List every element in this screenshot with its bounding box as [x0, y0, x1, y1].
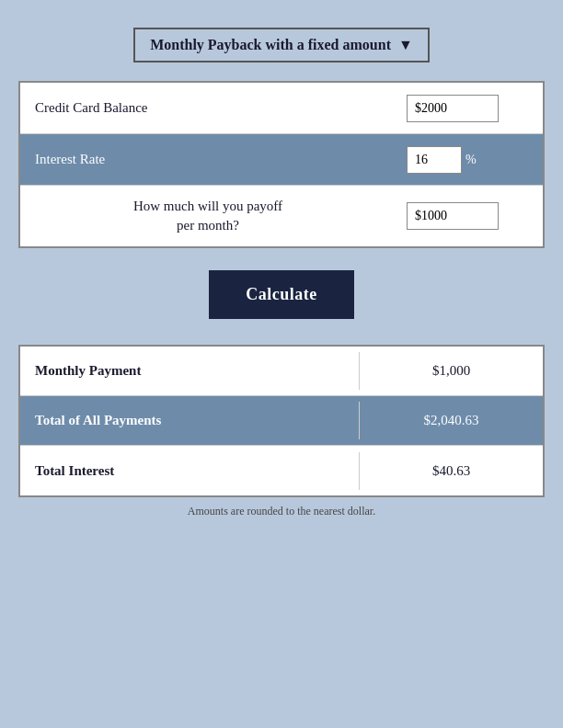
payoff-label: How much will you payoff per month?: [20, 186, 396, 246]
results-section: Monthly Payment $1,000 Total of All Paym…: [18, 345, 545, 497]
balance-label: Credit Card Balance: [20, 89, 396, 127]
balance-row: Credit Card Balance: [20, 83, 543, 134]
payoff-input[interactable]: [407, 202, 499, 230]
balance-input-cell: [396, 85, 543, 131]
calculate-button[interactable]: Calculate: [209, 270, 353, 319]
total-payments-row: Total of All Payments $2,040.63: [20, 396, 543, 446]
interest-input[interactable]: [407, 146, 462, 174]
title-dropdown[interactable]: Monthly Payback with a fixed amount ▼: [133, 28, 430, 63]
total-interest-row: Total Interest $40.63: [20, 446, 543, 495]
page-container: Monthly Payback with a fixed amount ▼ Cr…: [18, 18, 545, 528]
payoff-row: How much will you payoff per month?: [20, 186, 543, 246]
monthly-payment-label: Monthly Payment: [20, 352, 359, 390]
title-label: Monthly Payback with a fixed amount: [150, 37, 391, 53]
footer-note: Amounts are rounded to the nearest dolla…: [18, 505, 545, 528]
interest-label: Interest Rate: [20, 141, 396, 178]
monthly-payment-value: $1,000: [359, 352, 543, 390]
monthly-payment-row: Monthly Payment $1,000: [20, 347, 543, 396]
button-section: Calculate: [18, 270, 545, 319]
total-payments-value: $2,040.63: [359, 402, 543, 439]
form-section: Credit Card Balance Interest Rate % How …: [18, 81, 545, 248]
total-interest-value: $40.63: [359, 452, 543, 490]
total-interest-label: Total Interest: [20, 452, 359, 490]
payoff-input-cell: [396, 193, 543, 239]
interest-input-cell: %: [396, 137, 543, 183]
interest-row: Interest Rate %: [20, 134, 543, 186]
percent-label: %: [465, 153, 477, 167]
dropdown-arrow-icon: ▼: [398, 37, 413, 53]
total-payments-label: Total of All Payments: [20, 402, 359, 439]
balance-input[interactable]: [407, 95, 499, 122]
title-section: Monthly Payback with a fixed amount ▼: [18, 28, 545, 63]
